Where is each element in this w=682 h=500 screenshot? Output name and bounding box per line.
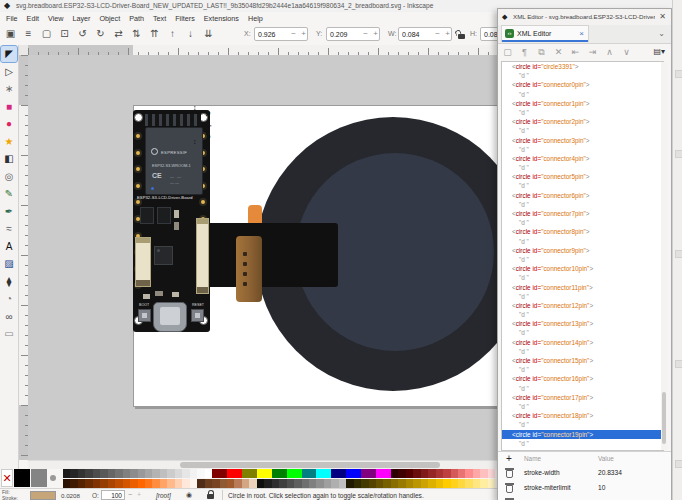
color-swatch[interactable] — [227, 469, 234, 478]
menu-text[interactable]: Text — [153, 14, 166, 23]
color-swatch[interactable] — [249, 469, 256, 478]
y-input[interactable]: 0.209 — [326, 27, 380, 41]
w-input[interactable]: 0.084 — [398, 27, 452, 41]
color-swatch[interactable] — [458, 469, 465, 478]
color-swatch[interactable] — [257, 479, 264, 488]
color-swatch[interactable] — [130, 469, 137, 478]
color-swatch[interactable] — [212, 469, 219, 478]
dropper-tool-icon[interactable]: ⧫ — [1, 274, 17, 290]
xml-node-child-text[interactable]: "d " — [502, 347, 663, 356]
color-swatch[interactable] — [376, 469, 383, 478]
xml-node-child-text[interactable]: "d " — [502, 200, 663, 209]
color-swatch[interactable] — [85, 479, 92, 488]
palette-scroll-dot[interactable] — [50, 475, 56, 481]
color-swatch[interactable] — [451, 479, 458, 488]
color-swatch[interactable] — [167, 469, 174, 478]
color-swatch[interactable] — [443, 469, 450, 478]
xml-node-connector8pin[interactable]: <circle id="connector8pin"> — [502, 227, 663, 236]
color-swatch[interactable] — [138, 479, 145, 488]
color-swatch[interactable] — [108, 479, 115, 488]
color-swatch[interactable] — [354, 479, 361, 488]
color-swatch[interactable] — [242, 469, 249, 478]
color-swatch[interactable] — [339, 469, 346, 478]
black-swatch[interactable] — [14, 469, 30, 487]
color-swatch[interactable] — [220, 479, 227, 488]
y-plus-button[interactable]: + — [373, 29, 378, 38]
color-swatch[interactable] — [115, 479, 122, 488]
color-swatch[interactable] — [100, 479, 107, 488]
xml-node-connector13pin[interactable]: <circle id="connector13pin"> — [502, 319, 663, 328]
menu-path[interactable]: Path — [129, 14, 144, 23]
selection-handle-icon[interactable]: ↔ — [206, 121, 213, 128]
color-swatch[interactable] — [212, 479, 219, 488]
color-swatch[interactable] — [428, 469, 435, 478]
color-swatch[interactable] — [294, 479, 301, 488]
color-swatch[interactable] — [436, 469, 443, 478]
color-swatch[interactable] — [331, 479, 338, 488]
color-swatch[interactable] — [406, 469, 413, 478]
flip-vertical-icon[interactable]: ⇅ — [130, 26, 143, 42]
color-swatch[interactable] — [227, 479, 234, 488]
color-swatch[interactable] — [205, 479, 212, 488]
flip-horizontal-icon[interactable]: ⇄ — [112, 26, 125, 42]
color-swatch[interactable] — [272, 479, 279, 488]
pen-tool-icon[interactable]: ✒ — [1, 204, 17, 220]
color-swatch[interactable] — [160, 479, 167, 488]
selection-handle-icon[interactable]: ↕ — [193, 138, 197, 145]
xml-node-child-text[interactable]: "d " — [502, 218, 663, 227]
x-minus-button[interactable]: − — [291, 29, 296, 38]
color-swatch[interactable] — [391, 469, 398, 478]
color-swatch[interactable] — [458, 479, 465, 488]
color-swatch[interactable] — [369, 469, 376, 478]
color-swatch[interactable] — [309, 479, 316, 488]
x-input[interactable]: 0.926 — [254, 27, 308, 41]
xml-node-child-text[interactable]: "d " — [502, 292, 663, 301]
rotate-cw-icon[interactable]: ↻ — [94, 26, 107, 42]
xml-node-connector10pin[interactable]: <circle id="connector10pin"> — [502, 264, 663, 273]
color-swatch[interactable] — [108, 469, 115, 478]
xml-node-circle3391[interactable]: <circle id="circle3391"> — [502, 62, 663, 71]
color-swatch[interactable] — [302, 479, 309, 488]
calligraphy-tool-icon[interactable]: ≈ — [1, 221, 17, 237]
eraser-tool-icon[interactable]: ▭ — [1, 326, 17, 342]
color-swatch[interactable] — [123, 469, 130, 478]
color-swatch[interactable] — [294, 469, 301, 478]
color-swatch[interactable] — [197, 469, 204, 478]
selector-tool-icon[interactable]: ◤ — [1, 46, 17, 62]
esp32-pcb[interactable]: ESPRESSIF ESP32-S3-WROOM-1 CE — — —— ESP… — [133, 110, 210, 332]
xml-node-child-text[interactable]: "d " — [502, 402, 663, 411]
x-plus-button[interactable]: + — [301, 29, 306, 38]
delete-attribute-icon[interactable] — [506, 485, 513, 493]
color-swatch[interactable] — [242, 479, 249, 488]
xml-node-connector12pin[interactable]: <circle id="connector12pin"> — [502, 301, 663, 310]
xml-node-child-text[interactable]: "d " — [502, 145, 663, 154]
color-swatch[interactable] — [160, 469, 167, 478]
lower-icon[interactable]: ↓ — [184, 26, 197, 42]
color-swatch[interactable] — [451, 469, 458, 478]
xml-node-connector11pin[interactable]: <circle id="connector11pin"> — [502, 283, 663, 292]
panel-layout-icon[interactable]: ▤▾ — [653, 47, 665, 56]
color-swatch[interactable] — [279, 469, 286, 478]
xml-node-child-text[interactable]: "d " — [502, 273, 663, 282]
xml-node-child-text[interactable]: "d " — [502, 237, 663, 246]
xml-node-connector7pin[interactable]: <circle id="connector7pin"> — [502, 209, 663, 218]
color-swatch[interactable] — [488, 479, 495, 488]
xml-node-child-text[interactable]: "d " — [502, 126, 663, 135]
star-tool-icon[interactable]: ★ — [1, 134, 17, 150]
menu-view[interactable]: View — [48, 14, 63, 23]
xml-node-connector9pin[interactable]: <circle id="connector9pin"> — [502, 246, 663, 255]
delete-attribute-icon[interactable] — [506, 470, 513, 478]
rectangle-tool-icon[interactable]: ■ — [1, 99, 17, 115]
color-swatch[interactable] — [234, 469, 241, 478]
menu-edit[interactable]: Edit — [27, 14, 39, 23]
xml-dialog-close-icon[interactable]: ✕ — [659, 12, 666, 21]
xml-node-child-text[interactable]: "d " — [502, 71, 663, 80]
xml-node-connector2pin[interactable]: <circle id="connector2pin"> — [502, 117, 663, 126]
color-swatch[interactable] — [361, 479, 368, 488]
xml-node-connector17pin[interactable]: <circle id="connector17pin"> — [502, 393, 663, 402]
selection-handle-icon[interactable]: ↗ — [205, 110, 211, 117]
xml-tree-scrollbar[interactable] — [661, 62, 667, 450]
color-swatch[interactable] — [220, 469, 227, 478]
color-swatch[interactable] — [145, 469, 152, 478]
new-element-node-icon[interactable]: ▢ — [502, 45, 513, 59]
